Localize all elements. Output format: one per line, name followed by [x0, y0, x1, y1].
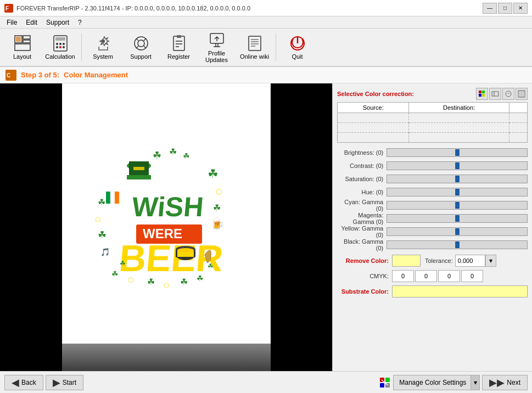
- maximize-button[interactable]: □: [498, 3, 512, 14]
- svg-point-11: [63, 43, 65, 45]
- svg-rect-32: [249, 36, 261, 50]
- color-table-extra: [509, 103, 527, 113]
- remove-color-swatch[interactable]: [392, 255, 421, 267]
- color-icon-3[interactable]: [502, 88, 514, 100]
- toolbar-register[interactable]: Register: [161, 30, 197, 64]
- svg-rect-5: [15, 44, 30, 50]
- cyan-gamma-label: Cyan: Gamma (0): [337, 199, 387, 212]
- tolerance-dropdown[interactable]: ▾: [485, 255, 496, 267]
- svg-line-21: [136, 46, 138, 48]
- menu-file[interactable]: File: [2, 18, 21, 27]
- yellow-gamma-slider[interactable]: [387, 227, 528, 236]
- back-arrow-icon: ◀: [12, 377, 19, 389]
- svg-text:WiSH: WiSH: [131, 192, 205, 222]
- contrast-slider[interactable]: [387, 161, 528, 170]
- color-icon-2[interactable]: [489, 88, 501, 100]
- svg-text:☘: ☘: [208, 262, 214, 270]
- toolbar-quit[interactable]: Quit: [279, 30, 315, 64]
- cmyk-c-input[interactable]: [392, 270, 414, 282]
- magenta-gamma-slider[interactable]: [387, 214, 528, 223]
- svg-rect-88: [380, 383, 384, 388]
- manage-dropdown-icon[interactable]: ▾: [471, 375, 479, 390]
- color-row-2-src[interactable]: [338, 123, 409, 133]
- saturation-row: Saturation: (0): [337, 173, 528, 184]
- svg-point-12: [56, 46, 58, 48]
- image-panel: ☘ ☘ ☘ ☘ ⬡ ☘ 🍺 ☘ ⬡ ☘ 🎵: [0, 83, 332, 371]
- toolbar-layout[interactable]: Layout: [4, 30, 40, 64]
- profile-updates-icon: [208, 31, 226, 49]
- bottom-right: Manage Color Settings ▾ ▶▶ Next: [379, 375, 528, 390]
- magenta-gamma-row: Magenta: Gamma (0): [337, 213, 528, 224]
- svg-point-14: [63, 46, 65, 48]
- cmyk-m-input[interactable]: [415, 270, 437, 282]
- brightness-slider[interactable]: [387, 148, 528, 157]
- toolbar-calculation[interactable]: Calculation: [42, 30, 78, 64]
- hue-slider[interactable]: [387, 188, 528, 196]
- svg-rect-6: [16, 37, 21, 42]
- toolbar-support[interactable]: Support: [123, 30, 159, 64]
- cmyk-k-input[interactable]: [461, 270, 483, 282]
- color-row-1-dst: [409, 113, 509, 123]
- sliders-container: Brightness: (0) Contrast: (0) Saturation…: [337, 147, 528, 250]
- toolbar-system[interactable]: System: [85, 30, 121, 64]
- hue-label: Hue: (0): [337, 189, 387, 195]
- menu-help[interactable]: ?: [74, 18, 86, 27]
- next-arrow-left-icon: ▶▶: [489, 377, 505, 389]
- tolerance-input[interactable]: [455, 255, 485, 267]
- image-gradient-overlay: [62, 344, 271, 371]
- menu-support[interactable]: Support: [42, 18, 74, 27]
- minimize-button[interactable]: —: [483, 3, 497, 14]
- menu-edit[interactable]: Edit: [21, 18, 42, 27]
- svg-point-10: [59, 43, 61, 45]
- next-button[interactable]: ▶▶ Next: [482, 375, 528, 390]
- black-gamma-slider[interactable]: [387, 240, 528, 249]
- svg-text:☘: ☘: [213, 203, 221, 212]
- svg-point-9: [56, 43, 58, 45]
- svg-point-13: [59, 46, 61, 48]
- svg-text:⬡: ⬡: [216, 187, 222, 196]
- svg-point-15: [102, 40, 105, 43]
- main-content: ☘ ☘ ☘ ☘ ⬡ ☘ 🍺 ☘ ⬡ ☘ 🎵: [0, 83, 532, 371]
- manage-color-icon: [379, 377, 391, 389]
- close-button[interactable]: ✕: [513, 3, 528, 14]
- cyan-gamma-row: Cyan: Gamma (0): [337, 200, 528, 211]
- color-row-3-src[interactable]: [338, 133, 409, 143]
- start-arrow-icon: ▶: [53, 377, 60, 389]
- color-icon-4[interactable]: [516, 88, 528, 100]
- manage-color-settings-button[interactable]: Manage Color Settings ▾: [393, 375, 480, 390]
- support-icon: [132, 35, 150, 52]
- cmyk-y-input[interactable]: [438, 270, 460, 282]
- color-row-3-dst: [409, 133, 509, 143]
- step-header: C Step 3 of 5: Color Management: [0, 67, 532, 83]
- color-row-2-dst: [409, 123, 509, 133]
- svg-text:☘: ☘: [120, 260, 126, 267]
- yellow-gamma-label: Yellow: Gamma (0): [337, 225, 387, 238]
- toolbar-online-wiki[interactable]: Online wiki: [237, 30, 272, 64]
- svg-text:F: F: [5, 5, 9, 12]
- quit-icon: [289, 35, 306, 52]
- svg-rect-43: [133, 167, 144, 170]
- step-number: Step 3 of 5:: [21, 71, 59, 79]
- svg-text:☘: ☘: [153, 150, 161, 161]
- substrate-color-swatch[interactable]: [392, 285, 528, 297]
- substrate-color-label: Substrate Color:: [337, 288, 392, 295]
- sticker-svg: ☘ ☘ ☘ ☘ ⬡ ☘ 🍺 ☘ ⬡ ☘ 🎵: [68, 128, 265, 326]
- layout-label: Layout: [13, 53, 31, 60]
- toolbar-separator-2: [276, 33, 276, 61]
- step-icon: C: [5, 70, 16, 81]
- color-icon-1[interactable]: [476, 88, 488, 100]
- register-icon: [170, 35, 188, 52]
- destination-header: Destination:: [409, 103, 509, 113]
- start-button[interactable]: ▶ Start: [46, 375, 83, 390]
- svg-text:☘: ☘: [98, 229, 107, 240]
- svg-rect-42: [127, 175, 151, 179]
- cyan-gamma-slider[interactable]: [387, 201, 528, 210]
- toolbar-profile-updates[interactable]: Profile Updates: [199, 30, 234, 64]
- color-row-1-src[interactable]: [338, 113, 409, 123]
- register-label: Register: [167, 53, 190, 60]
- saturation-slider[interactable]: [387, 175, 528, 183]
- back-button[interactable]: ◀ Back: [4, 375, 43, 390]
- svg-text:☘: ☘: [208, 167, 219, 181]
- svg-point-72: [177, 248, 194, 252]
- svg-point-17: [138, 40, 144, 47]
